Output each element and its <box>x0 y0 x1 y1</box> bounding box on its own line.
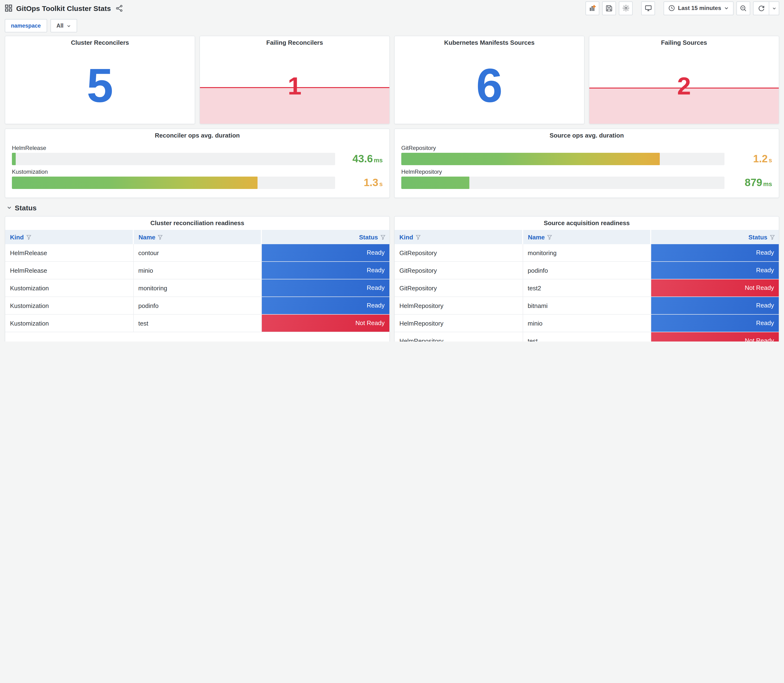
table-panel-cluster-reconciliation-readiness: Cluster reconciliation readinessKindName… <box>5 216 390 342</box>
readiness-table: KindNameStatusGitRepositorymonitoringRea… <box>394 230 779 342</box>
gauge-track <box>401 176 725 189</box>
cell-kind: HelmRepository <box>394 332 523 342</box>
gauge-bar-label: GitRepository <box>401 145 772 151</box>
chevron-down-icon <box>772 6 776 10</box>
gauge-value: 1.2s <box>731 153 772 165</box>
gauge-bar-label: Kustomization <box>12 168 383 175</box>
column-header-kind[interactable]: Kind <box>5 230 133 244</box>
column-header-kind[interactable]: Kind <box>394 230 523 244</box>
gauges-row: Reconciler ops avg. durationHelmRelease4… <box>0 124 784 198</box>
column-header-name[interactable]: Name <box>133 230 261 244</box>
cell-name: bitnami <box>523 297 651 314</box>
status-badge: Ready <box>261 244 390 261</box>
table-row: KustomizationtestNot Ready <box>5 314 390 332</box>
stat-value: 6 <box>394 64 584 107</box>
zoom-out-button[interactable] <box>736 1 750 15</box>
cycle-view-mode-button[interactable] <box>641 1 655 15</box>
namespace-filter-label[interactable]: namespace <box>5 19 47 32</box>
tables-row: Cluster reconciliation readinessKindName… <box>0 214 784 342</box>
table-row: HelmReleasecontourReady <box>5 244 390 261</box>
gauge-value: 879ms <box>731 176 772 189</box>
cell-status: Ready <box>651 244 779 261</box>
gauge-bar-fill <box>12 153 16 165</box>
filter-funnel-icon[interactable] <box>380 234 386 240</box>
share-icon[interactable] <box>115 5 123 12</box>
gauge-bar-row: 43.6ms <box>12 153 383 165</box>
gauge-value: 1.3s <box>342 176 383 189</box>
table-row: GitRepositorytest2Not Ready <box>394 279 779 297</box>
page-title[interactable]: GitOps Toolkit Cluster Stats <box>16 4 111 12</box>
filter-funnel-icon[interactable] <box>415 234 421 240</box>
section-status[interactable]: Status <box>0 198 784 214</box>
save-dashboard-button[interactable] <box>603 1 616 15</box>
stat-panel-cluster-reconcilers: Cluster Reconcilers5 <box>5 36 195 124</box>
cell-name: minio <box>133 261 261 279</box>
status-badge: Not Ready <box>651 332 779 342</box>
column-header-status[interactable]: Status <box>651 230 779 244</box>
chevron-down-icon <box>724 6 729 10</box>
filter-funnel-icon[interactable] <box>26 234 31 240</box>
panel-title[interactable]: Cluster Reconcilers <box>5 39 195 46</box>
panel-title[interactable]: Reconciler ops avg. duration <box>5 132 390 139</box>
gauge-track <box>401 153 725 165</box>
refresh-interval-dropdown[interactable] <box>769 1 779 15</box>
cell-kind: Kustomization <box>5 279 133 297</box>
panel-title[interactable]: Failing Sources <box>589 39 779 46</box>
filter-funnel-icon[interactable] <box>547 234 552 240</box>
table-row: GitRepositorypodinfoReady <box>394 261 779 279</box>
status-badge: Ready <box>651 244 779 261</box>
cell-name: test2 <box>523 279 651 297</box>
table-row: GitRepositorymonitoringReady <box>394 244 779 261</box>
gauge-panel: Source ops avg. durationGitRepository1.2… <box>394 128 779 198</box>
gauge-track <box>12 153 335 165</box>
namespace-filter-value[interactable]: All <box>50 19 77 32</box>
cell-name: podinfo <box>133 297 261 314</box>
column-header-label: Status <box>749 234 767 240</box>
stats-row: Cluster Reconcilers5Failing Reconcilers1… <box>0 33 784 124</box>
panel-title[interactable]: Cluster reconciliation readiness <box>5 220 390 226</box>
column-header-status[interactable]: Status <box>261 230 390 244</box>
panel-title[interactable]: Source acquisition readiness <box>394 220 779 226</box>
filter-funnel-icon[interactable] <box>770 234 775 240</box>
panel-title[interactable]: Kubernetes Manifests Sources <box>394 39 584 46</box>
gauge-value-unit: s <box>379 180 383 188</box>
chevron-down-icon <box>6 205 12 210</box>
dashboard-grid-icon[interactable] <box>5 4 12 12</box>
readiness-table: KindNameStatusHelmReleasecontourReadyHel… <box>5 230 390 332</box>
gauge-value-number: 879 <box>745 176 762 189</box>
gauge-panel: Reconciler ops avg. durationHelmRelease4… <box>5 128 390 198</box>
time-range-label: Last 15 minutes <box>678 5 721 11</box>
add-panel-button[interactable] <box>586 1 600 15</box>
gauge-value-unit: s <box>769 157 772 164</box>
stat-value: 2 <box>589 75 779 97</box>
gauge-bar-row: 879ms <box>401 176 772 189</box>
cell-status: Ready <box>261 297 390 314</box>
cell-kind: Kustomization <box>5 297 133 314</box>
cell-status: Not Ready <box>261 314 390 332</box>
chevron-down-icon <box>67 24 71 28</box>
column-header-label: Kind <box>399 234 413 240</box>
cell-name: monitoring <box>133 279 261 297</box>
time-range-picker[interactable]: Last 15 minutes <box>664 1 734 15</box>
table-row: KustomizationpodinfoReady <box>5 297 390 314</box>
refresh-button-group <box>753 1 779 15</box>
column-header-label: Name <box>528 234 545 240</box>
cell-kind: Kustomization <box>5 314 133 332</box>
dashboard-settings-button[interactable] <box>619 1 633 15</box>
cell-status: Not Ready <box>651 332 779 342</box>
stat-value: 1 <box>200 75 390 97</box>
refresh-button[interactable] <box>753 1 769 15</box>
gauge-bar-row: 1.2s <box>401 153 772 165</box>
table-row: HelmRepositorybitnamiReady <box>394 297 779 314</box>
panel-title[interactable]: Failing Reconcilers <box>200 39 390 46</box>
panel-title[interactable]: Source ops avg. duration <box>394 132 779 139</box>
table-row: KustomizationmonitoringReady <box>5 279 390 297</box>
gauge-value-unit: ms <box>763 180 772 188</box>
cell-name: test <box>133 314 261 332</box>
gauge-bar-label: HelmRelease <box>12 145 383 151</box>
column-header-name[interactable]: Name <box>523 230 651 244</box>
gauge-track <box>12 176 335 189</box>
filter-funnel-icon[interactable] <box>158 234 163 240</box>
dashboard-toolbar: Last 15 minutes <box>586 1 779 15</box>
cell-status: Ready <box>651 297 779 314</box>
